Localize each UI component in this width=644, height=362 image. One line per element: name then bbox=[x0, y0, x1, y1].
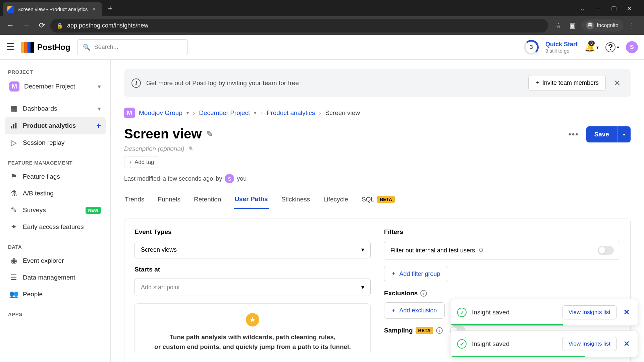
breadcrumb: M Moodjoy Group ▾ › December Project ▾ ›… bbox=[124, 108, 631, 118]
close-icon[interactable]: ✕ bbox=[611, 78, 623, 88]
sidebar-item-surveys[interactable]: ✎ Surveys NEW bbox=[5, 202, 106, 219]
sidebar-project-selector[interactable]: M December Project ▾ bbox=[5, 77, 106, 96]
breadcrumb-project[interactable]: December Project bbox=[199, 109, 250, 117]
tab-funnels[interactable]: Funnels bbox=[157, 192, 181, 209]
sidebar-item-data-management[interactable]: ☰ Data management bbox=[5, 269, 106, 286]
tab-close-icon[interactable]: × bbox=[91, 6, 98, 13]
save-dropdown-button[interactable]: ▾ bbox=[617, 126, 631, 142]
tab-retention[interactable]: Retention bbox=[193, 192, 222, 209]
sidebar-section-apps: APPS bbox=[5, 309, 106, 320]
sidebar-item-event-explorer[interactable]: ◉ Event explorer bbox=[5, 252, 106, 269]
tab-title: Screen view • Product analytics bbox=[17, 6, 88, 12]
progress-ring[interactable]: 3 bbox=[524, 40, 539, 55]
browser-tab-bar: Screen view • Product analytics × + ⌄ — … bbox=[0, 0, 644, 16]
tab-lifecycle[interactable]: Lifecycle bbox=[323, 192, 349, 209]
forward-icon: → bbox=[19, 18, 34, 33]
sidebar-item-feature-flags[interactable]: ⚑ Feature flags bbox=[5, 168, 106, 185]
bookmark-icon[interactable]: ☆ bbox=[553, 19, 564, 32]
hamburger-icon[interactable]: ☰ bbox=[6, 42, 14, 53]
minimize-icon[interactable]: — bbox=[592, 4, 604, 13]
chevron-down-icon[interactable]: ▾ bbox=[254, 110, 256, 116]
sidebar-item-people[interactable]: 👥 People bbox=[5, 286, 106, 303]
save-button[interactable]: Save bbox=[586, 126, 617, 142]
flag-icon: ⚑ bbox=[9, 172, 18, 181]
view-insights-button[interactable]: View Insights list bbox=[562, 337, 617, 351]
sidebar-section-feature: FEATURE MANAGEMENT bbox=[5, 157, 106, 168]
chevron-down-icon: ▾ bbox=[98, 83, 101, 90]
browser-tab[interactable]: Screen view • Product analytics × bbox=[3, 2, 102, 16]
logo[interactable]: PostHog bbox=[21, 42, 70, 53]
back-icon[interactable]: ← bbox=[3, 18, 17, 33]
sidebar-item-dashboards[interactable]: ▦ Dashboards ▾ bbox=[5, 100, 106, 117]
browser-menu-icon[interactable]: ⋮ bbox=[626, 19, 638, 32]
close-window-icon[interactable]: ✕ bbox=[624, 3, 635, 13]
sidebar-item-product-analytics[interactable]: Product analytics + bbox=[5, 117, 106, 134]
add-filter-group-button[interactable]: + Add filter group bbox=[384, 266, 448, 282]
chevron-down-icon: ▾ bbox=[596, 45, 599, 50]
install-icon[interactable]: ▣ bbox=[567, 19, 579, 32]
more-options-button[interactable]: ••• bbox=[566, 127, 581, 142]
filter-internal-toggle[interactable] bbox=[598, 246, 614, 255]
invite-banner: i Get more out of PostHog by inviting yo… bbox=[124, 69, 631, 97]
tab-trends[interactable]: Trends bbox=[124, 192, 145, 209]
gear-icon[interactable]: ⚙ bbox=[478, 247, 484, 254]
toast-progress bbox=[450, 356, 585, 357]
url-input[interactable]: 🔒 app.posthog.com/insights/new bbox=[50, 19, 548, 33]
chevron-down-icon[interactable]: ⌄ bbox=[577, 3, 588, 13]
insight-tabs: Trends Funnels Retention User Paths Stic… bbox=[124, 192, 631, 209]
info-icon[interactable]: i bbox=[436, 327, 443, 334]
tab-sql[interactable]: SQL BETA bbox=[361, 192, 395, 209]
incognito-badge[interactable]: 🕶 Incognito bbox=[581, 19, 623, 32]
quick-start-link[interactable]: Quick Start 3 still to go bbox=[545, 41, 578, 54]
close-icon[interactable]: ✕ bbox=[622, 308, 631, 317]
promo-box: ★ Tune path analysis with wildcards, pat… bbox=[135, 303, 371, 355]
breadcrumb-org[interactable]: Moodjoy Group bbox=[139, 109, 182, 117]
filters-label: Filters bbox=[384, 228, 620, 236]
app-header: ☰ PostHog 🔍 Search... 3 Quick Start 3 st… bbox=[0, 35, 644, 60]
help-button[interactable]: ? ▾ bbox=[605, 42, 619, 52]
chevron-down-icon[interactable]: ▾ bbox=[186, 110, 189, 116]
chevron-down-icon: ▾ bbox=[361, 246, 364, 253]
exclusions-label: Exclusions i bbox=[384, 290, 620, 297]
starts-at-dropdown[interactable]: Add start point ▾ bbox=[135, 279, 371, 296]
breadcrumb-section[interactable]: Product analytics bbox=[267, 109, 315, 117]
chevron-right-icon: › bbox=[319, 109, 321, 117]
reload-icon[interactable]: ⟳ bbox=[36, 18, 48, 33]
plus-icon: + bbox=[129, 159, 132, 166]
toast-container: ✓ Insight saved View Insights list ✕ ✓ I… bbox=[450, 299, 638, 357]
maximize-icon[interactable]: ▢ bbox=[608, 3, 620, 13]
banner-text: Get more out of PostHog by inviting your… bbox=[146, 79, 299, 87]
grid-icon: ▦ bbox=[9, 104, 18, 113]
sidebar-item-early-access[interactable]: ✦ Early access features bbox=[5, 219, 106, 235]
sidebar-item-ab-testing[interactable]: ⚗ A/B testing bbox=[5, 185, 106, 202]
search-input[interactable]: 🔍 Search... bbox=[77, 39, 188, 55]
close-icon[interactable]: ✕ bbox=[622, 340, 631, 348]
notifications-button[interactable]: 🔔 0 ▾ bbox=[584, 42, 599, 52]
sidebar-item-session-replay[interactable]: ▷ Session replay bbox=[5, 134, 106, 151]
new-tab-button[interactable]: + bbox=[103, 1, 117, 16]
plus-icon[interactable]: + bbox=[96, 121, 101, 130]
add-tag-button[interactable]: + Add tag bbox=[124, 157, 159, 168]
search-icon: 🔍 bbox=[83, 44, 90, 51]
event-types-dropdown[interactable]: Screen views ▾ bbox=[135, 241, 371, 258]
view-insights-button[interactable]: View Insights list bbox=[562, 305, 617, 319]
invite-team-button[interactable]: + Invite team members bbox=[528, 75, 606, 91]
new-badge: NEW bbox=[86, 207, 101, 214]
add-exclusion-button[interactable]: + Add exclusion bbox=[384, 302, 445, 319]
plus-icon: + bbox=[392, 270, 395, 278]
sidebar: PROJECT M December Project ▾ ▦ Dashboard… bbox=[0, 60, 111, 362]
toast-insight-saved: ✓ Insight saved View Insights list ✕ bbox=[450, 330, 638, 357]
toast-insight-saved: ✓ Insight saved View Insights list ✕ bbox=[450, 299, 638, 326]
svg-rect-1 bbox=[13, 124, 14, 129]
tab-user-paths[interactable]: User Paths bbox=[234, 192, 268, 209]
chevron-right-icon: › bbox=[260, 109, 262, 117]
tab-stickiness[interactable]: Stickiness bbox=[281, 192, 311, 209]
bar-chart-icon bbox=[9, 122, 18, 129]
chevron-down-icon: ▾ bbox=[617, 45, 619, 50]
description-field[interactable]: Description (optional) ✎ bbox=[124, 145, 631, 153]
live-icon: ◉ bbox=[9, 256, 18, 265]
edit-icon[interactable]: ✎ bbox=[206, 129, 213, 139]
info-icon[interactable]: i bbox=[420, 290, 427, 297]
avatar[interactable]: S bbox=[626, 41, 638, 53]
logo-mark-icon bbox=[21, 42, 34, 53]
